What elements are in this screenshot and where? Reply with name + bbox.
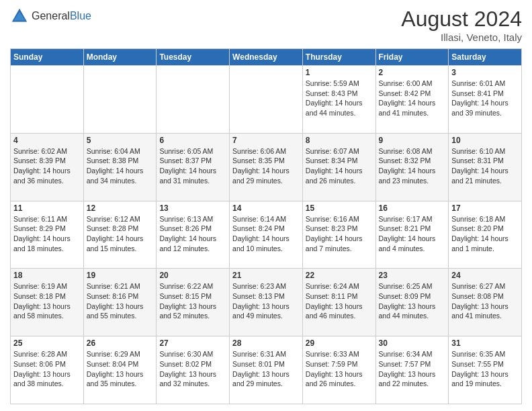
day-number: 20	[159, 271, 226, 280]
logo: GeneralBlue	[10, 7, 91, 26]
day-info: Sunrise: 6:08 AMSunset: 8:32 PMDaylight:…	[379, 146, 446, 186]
day-info: Sunrise: 6:23 AMSunset: 8:13 PMDaylight:…	[232, 281, 300, 321]
day-info: Sunrise: 6:31 AMSunset: 8:01 PMDaylight:…	[232, 349, 300, 389]
day-info: Sunrise: 6:34 AMSunset: 7:57 PMDaylight:…	[379, 349, 446, 389]
day-cell: 12Sunrise: 6:12 AMSunset: 8:28 PMDayligh…	[83, 201, 157, 269]
day-cell: 7Sunrise: 6:06 AMSunset: 8:35 PMDaylight…	[230, 133, 303, 201]
day-cell: 17Sunrise: 6:18 AMSunset: 8:20 PMDayligh…	[449, 201, 522, 269]
day-cell: 5Sunrise: 6:04 AMSunset: 8:38 PMDaylight…	[83, 133, 157, 201]
logo-text: GeneralBlue	[32, 10, 91, 22]
day-cell	[157, 66, 230, 134]
day-number: 6	[159, 136, 226, 145]
day-info: Sunrise: 6:17 AMSunset: 8:21 PMDaylight:…	[379, 214, 446, 254]
day-number: 24	[451, 271, 519, 280]
day-info: Sunrise: 6:05 AMSunset: 8:37 PMDaylight:…	[159, 146, 226, 186]
day-number: 9	[379, 136, 446, 145]
day-cell: 18Sunrise: 6:19 AMSunset: 8:18 PMDayligh…	[11, 269, 84, 336]
day-number: 29	[306, 338, 373, 348]
day-number: 8	[306, 136, 373, 145]
day-info: Sunrise: 6:27 AMSunset: 8:08 PMDaylight:…	[451, 281, 519, 321]
day-number: 28	[232, 338, 300, 348]
day-cell: 25Sunrise: 6:28 AMSunset: 8:06 PMDayligh…	[11, 336, 84, 404]
day-number: 25	[13, 338, 81, 348]
day-cell: 4Sunrise: 6:02 AMSunset: 8:39 PMDaylight…	[11, 133, 84, 201]
week-row-2: 4Sunrise: 6:02 AMSunset: 8:39 PMDaylight…	[11, 133, 522, 201]
day-number: 4	[13, 136, 81, 145]
day-cell: 14Sunrise: 6:14 AMSunset: 8:24 PMDayligh…	[230, 201, 303, 269]
day-cell: 22Sunrise: 6:24 AMSunset: 8:11 PMDayligh…	[302, 269, 375, 336]
day-info: Sunrise: 6:06 AMSunset: 8:35 PMDaylight:…	[232, 146, 300, 186]
page-container: GeneralBlue August 2024 Illasi, Veneto, …	[0, 0, 532, 411]
col-sunday: Sunday	[11, 49, 84, 66]
logo-icon	[10, 7, 29, 26]
day-info: Sunrise: 5:59 AMSunset: 8:43 PMDaylight:…	[306, 79, 373, 118]
day-number: 16	[379, 203, 446, 213]
col-tuesday: Tuesday	[157, 49, 230, 66]
day-number: 14	[232, 203, 300, 213]
day-cell: 20Sunrise: 6:22 AMSunset: 8:15 PMDayligh…	[157, 269, 230, 336]
day-cell: 31Sunrise: 6:35 AMSunset: 7:55 PMDayligh…	[449, 336, 522, 404]
day-cell: 23Sunrise: 6:25 AMSunset: 8:09 PMDayligh…	[375, 269, 449, 336]
day-cell: 27Sunrise: 6:30 AMSunset: 8:02 PMDayligh…	[157, 336, 230, 404]
day-cell: 16Sunrise: 6:17 AMSunset: 8:21 PMDayligh…	[375, 201, 449, 269]
day-info: Sunrise: 6:02 AMSunset: 8:39 PMDaylight:…	[13, 146, 81, 186]
day-info: Sunrise: 6:35 AMSunset: 7:55 PMDaylight:…	[451, 349, 519, 389]
day-info: Sunrise: 6:24 AMSunset: 8:11 PMDaylight:…	[306, 281, 373, 321]
day-info: Sunrise: 6:14 AMSunset: 8:24 PMDaylight:…	[232, 214, 300, 254]
week-row-1: 1Sunrise: 5:59 AMSunset: 8:43 PMDaylight…	[11, 66, 522, 134]
calendar: Sunday Monday Tuesday Wednesday Thursday…	[10, 48, 522, 404]
col-friday: Friday	[375, 49, 449, 66]
day-cell: 9Sunrise: 6:08 AMSunset: 8:32 PMDaylight…	[375, 133, 449, 201]
day-cell	[230, 66, 303, 134]
col-saturday: Saturday	[449, 49, 522, 66]
day-number: 11	[13, 203, 81, 213]
day-info: Sunrise: 6:25 AMSunset: 8:09 PMDaylight:…	[379, 281, 446, 321]
day-number: 27	[159, 338, 226, 348]
day-info: Sunrise: 6:30 AMSunset: 8:02 PMDaylight:…	[159, 349, 226, 389]
title-block: August 2024 Illasi, Veneto, Italy	[401, 7, 522, 43]
day-cell: 2Sunrise: 6:00 AMSunset: 8:42 PMDaylight…	[375, 66, 449, 134]
day-cell: 1Sunrise: 5:59 AMSunset: 8:43 PMDaylight…	[302, 66, 375, 134]
location: Illasi, Veneto, Italy	[401, 32, 522, 43]
day-cell: 13Sunrise: 6:13 AMSunset: 8:26 PMDayligh…	[157, 201, 230, 269]
day-cell	[11, 66, 84, 134]
day-info: Sunrise: 6:13 AMSunset: 8:26 PMDaylight:…	[159, 214, 226, 254]
day-info: Sunrise: 6:28 AMSunset: 8:06 PMDaylight:…	[13, 349, 81, 389]
day-number: 31	[451, 338, 519, 348]
day-info: Sunrise: 6:22 AMSunset: 8:15 PMDaylight:…	[159, 281, 226, 321]
col-thursday: Thursday	[302, 49, 375, 66]
day-info: Sunrise: 6:19 AMSunset: 8:18 PMDaylight:…	[13, 281, 81, 321]
logo-general: General	[32, 10, 70, 21]
day-cell	[83, 66, 157, 134]
day-info: Sunrise: 6:00 AMSunset: 8:42 PMDaylight:…	[379, 79, 446, 118]
day-cell: 8Sunrise: 6:07 AMSunset: 8:34 PMDaylight…	[302, 133, 375, 201]
day-info: Sunrise: 6:07 AMSunset: 8:34 PMDaylight:…	[306, 146, 373, 186]
day-info: Sunrise: 6:16 AMSunset: 8:23 PMDaylight:…	[306, 214, 373, 254]
col-wednesday: Wednesday	[230, 49, 303, 66]
day-cell: 19Sunrise: 6:21 AMSunset: 8:16 PMDayligh…	[83, 269, 157, 336]
col-monday: Monday	[83, 49, 157, 66]
day-number: 3	[451, 68, 519, 77]
day-cell: 10Sunrise: 6:10 AMSunset: 8:31 PMDayligh…	[449, 133, 522, 201]
day-cell: 6Sunrise: 6:05 AMSunset: 8:37 PMDaylight…	[157, 133, 230, 201]
day-info: Sunrise: 6:33 AMSunset: 7:59 PMDaylight:…	[306, 349, 373, 389]
day-number: 10	[451, 136, 519, 145]
day-cell: 11Sunrise: 6:11 AMSunset: 8:29 PMDayligh…	[11, 201, 84, 269]
day-info: Sunrise: 6:10 AMSunset: 8:31 PMDaylight:…	[451, 146, 519, 186]
month-year: August 2024	[401, 7, 522, 32]
day-cell: 30Sunrise: 6:34 AMSunset: 7:57 PMDayligh…	[375, 336, 449, 404]
day-cell: 28Sunrise: 6:31 AMSunset: 8:01 PMDayligh…	[230, 336, 303, 404]
day-info: Sunrise: 6:12 AMSunset: 8:28 PMDaylight:…	[87, 214, 154, 254]
header-row: Sunday Monday Tuesday Wednesday Thursday…	[11, 49, 522, 66]
day-number: 13	[159, 203, 226, 213]
day-info: Sunrise: 6:18 AMSunset: 8:20 PMDaylight:…	[451, 214, 519, 254]
day-number: 19	[87, 271, 154, 280]
day-number: 18	[13, 271, 81, 280]
day-info: Sunrise: 6:04 AMSunset: 8:38 PMDaylight:…	[87, 146, 154, 186]
day-number: 21	[232, 271, 300, 280]
day-number: 30	[379, 338, 446, 348]
day-info: Sunrise: 6:01 AMSunset: 8:41 PMDaylight:…	[451, 79, 519, 118]
day-cell: 24Sunrise: 6:27 AMSunset: 8:08 PMDayligh…	[449, 269, 522, 336]
day-number: 7	[232, 136, 300, 145]
day-number: 22	[306, 271, 373, 280]
